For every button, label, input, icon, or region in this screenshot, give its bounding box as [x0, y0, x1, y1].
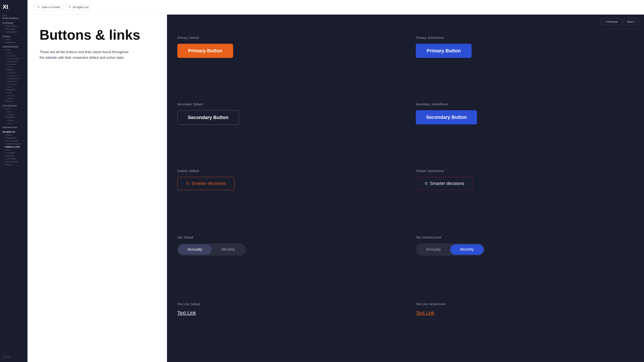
next-button[interactable]: Next > [624, 18, 639, 25]
sidebar-item-illus-rules[interactable]: > Rules [2, 122, 25, 125]
right-panel-topbar: < Previous Next > [167, 14, 644, 29]
sidebar-section-title-story[interactable]: 02 Story [2, 35, 25, 37]
sidebar-section-title-strategy[interactable]: 01 Strategy [2, 22, 25, 24]
demo-cell-feature-active: Feature: Active/hover ⊙ Smarter decision… [406, 162, 644, 229]
demo-cell-secondary-active: Secondary: Active/hover Secondary Button [406, 96, 644, 162]
sidebar-item-animations[interactable]: > Animations [2, 152, 25, 155]
demo-label-secondary-active: Secondary: Active/hover [416, 102, 634, 106]
tab-group-active: Annually Monthly [416, 243, 484, 256]
sidebar-item-logomark-collab[interactable]: > Collaboration [2, 80, 25, 83]
sidebar-item-logo-sub[interactable]: > Logo [2, 51, 25, 54]
demo-content-text-link-default: Text Link [177, 310, 395, 316]
help-label: Help [6, 356, 10, 358]
demo-label-text-link-active: Text Link: Active/hover [416, 302, 634, 306]
sidebar-item-logomark-donts[interactable]: > Dont's [2, 86, 25, 88]
sidebar-item-patterns[interactable]: > Patterns [2, 119, 25, 122]
text-link-default[interactable]: Text Link [177, 310, 196, 316]
sidebar-item-tone[interactable]: > Tone of Voice [2, 25, 25, 28]
sidebar-section-title-digital[interactable]: 06 Digital Use [2, 131, 25, 133]
sidebar-item-logomark-colours[interactable]: > Colourways [2, 83, 25, 86]
demo-cell-primary-active: Primary: Active/hover Primary Button [406, 29, 644, 96]
toc-pill[interactable]: Table of Content [34, 4, 63, 10]
sidebar-item-lists[interactable]: > Lists & Quotes [2, 140, 25, 143]
content-area: Buttons & links Those are all the button… [28, 14, 644, 362]
text-link-active[interactable]: Text Link [416, 310, 434, 316]
sidebar-item-fonts[interactable]: > Fonts [2, 91, 25, 94]
sidebar-item-logomark-sub[interactable]: > Logomark [2, 71, 25, 74]
sidebar-item-construction[interactable]: > Construction [2, 54, 25, 57]
demo-label-feature-default: Feature: Default [177, 169, 395, 173]
section-icon [68, 6, 71, 8]
tab-annually-active[interactable]: Annually [417, 244, 450, 255]
secondary-active-button[interactable]: Secondary Button [416, 110, 477, 124]
sidebar-item-look[interactable]: > Look and Feel [2, 31, 25, 34]
sidebar-item-personality[interactable]: > Personality [2, 28, 25, 31]
sidebar-section-story: 02 Story > Story > Moodboard [2, 35, 25, 44]
demo-content-feature-default: ⊙ Smarter decisions [177, 177, 395, 190]
sidebar-year: 2023 [2, 14, 25, 17]
sidebar-brand: Brand Guidelines [2, 17, 25, 19]
demo-content-primary-default: Primary Button [177, 44, 395, 58]
secondary-default-button[interactable]: Secondary Button [177, 110, 239, 125]
demo-content-secondary-default: Secondary Button [177, 110, 395, 125]
tab-annually-default[interactable]: Annually [178, 244, 212, 255]
feature-default-icon: ⊙ [186, 181, 189, 186]
sidebar-item-collaboration[interactable]: > Collaboration [2, 60, 25, 63]
sidebar-section-title-brand-identity[interactable]: 03 Brand Identity [2, 46, 25, 48]
sidebar-item-typography[interactable]: > Typography [2, 88, 25, 91]
toc-label: Table of Content [42, 6, 60, 9]
demo-label-feature-active: Feature: Active/hover [416, 169, 634, 173]
sidebar-item-colourways[interactable]: > Colourways [2, 63, 25, 66]
sidebar-item-highlighted[interactable]: > Highlighted Spans [2, 143, 25, 146]
sidebar-item-buttons-links[interactable]: > Buttons & Links [2, 146, 25, 149]
sidebar-item-card-design[interactable]: > Card Design [2, 157, 25, 160]
sidebar-item-hierarchy[interactable]: > Hierarchy [2, 94, 25, 97]
sidebar-section-title-brand-use[interactable]: 05 Brand In Use [2, 126, 25, 128]
sidebar-item-colours[interactable]: > Colours [2, 100, 25, 103]
previous-button[interactable]: < Previous [601, 18, 622, 25]
left-panel: Buttons & links Those are all the button… [28, 14, 167, 362]
demo-label-tab-default: Tab: Default [177, 236, 395, 239]
tab-monthly-active[interactable]: Monthly [450, 244, 484, 255]
section-pill[interactable]: 06 Digital Use [66, 4, 92, 10]
sidebar-item-logomark[interactable]: > Logomark [2, 68, 25, 71]
sidebar-item-digital-typography[interactable]: > Typography [2, 137, 25, 140]
tab-group-default: Annually Monthly [177, 243, 246, 256]
help-button[interactable]: i Help [2, 353, 25, 359]
sidebar-item-logo[interactable]: > Logo [2, 48, 25, 51]
demo-grid: Primary: Default Primary Button Primary:… [167, 29, 644, 362]
sidebar-item-illustrations[interactable]: > Illustrations [2, 116, 25, 119]
sidebar-item-logomark-construction[interactable]: > Construction [2, 74, 25, 77]
feature-active-button[interactable]: ⊙ Smarter decisions [416, 177, 473, 190]
demo-content-primary-active: Primary Button [416, 44, 634, 58]
sidebar-section-art: 04 Art Direction > Icons > Rules > Poten… [2, 105, 25, 125]
demo-label-primary-active: Primary: Active/hover [416, 36, 634, 39]
primary-default-button[interactable]: Primary Button [177, 44, 233, 58]
sidebar-item-digital-patterns[interactable]: > Patterns [2, 163, 25, 166]
sidebar-item-moodboard[interactable]: > Moodboard [2, 41, 25, 44]
sidebar-item-platform[interactable]: > Platform [2, 97, 25, 100]
sidebar-item-icons-rules[interactable]: > Rules [2, 110, 25, 113]
sidebar-item-digital-colours[interactable]: > Colours [2, 134, 25, 137]
demo-content-tab-active: Annually Monthly [416, 243, 634, 256]
sidebar-section-brand-identity: 03 Brand Identity > Logo > Logo > Constr… [2, 46, 25, 103]
sidebar-item-logomark-exclusion[interactable]: > Exclusion Zones [2, 77, 25, 80]
demo-content-text-link-active: Text Link [416, 310, 634, 316]
section-label: 06 Digital Use [72, 6, 89, 9]
demo-cell-feature-default: Feature: Default ⊙ Smarter decisions [167, 162, 406, 229]
tab-monthly-default[interactable]: Monthly [212, 244, 245, 255]
demo-content-secondary-active: Secondary Button [416, 110, 634, 124]
sidebar-item-exclusion-zones[interactable]: > Exclusion Zones [2, 57, 25, 60]
sidebar-item-story[interactable]: > Story [2, 38, 25, 41]
sidebar-section-title-art[interactable]: 04 Art Direction [2, 105, 25, 107]
sidebar-item-interactive[interactable]: > Interactive [2, 155, 25, 158]
primary-active-button[interactable]: Primary Button [416, 44, 472, 58]
sidebar-item-glassmorphism[interactable]: > Glassmorphism [2, 160, 25, 163]
sidebar-section-digital: 06 Digital Use > Colours > Typography > … [2, 131, 25, 166]
sidebar-item-digital-icons[interactable]: > Icons [2, 149, 25, 152]
demo-cell-primary-default: Primary: Default Primary Button [167, 29, 406, 96]
feature-default-button[interactable]: ⊙ Smarter decisions [177, 177, 235, 190]
sidebar-item-icons-potential[interactable]: > Potential [2, 113, 25, 116]
sidebar-item-donts[interactable]: > Dont's [2, 66, 25, 68]
sidebar-item-icons[interactable]: > Icons [2, 107, 25, 110]
